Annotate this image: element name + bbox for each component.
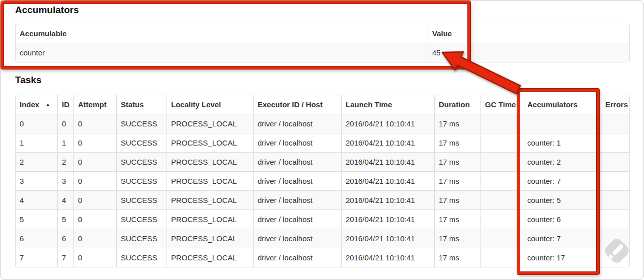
table-cell: driver / localhost bbox=[253, 133, 341, 152]
table-cell: 5 bbox=[16, 209, 57, 229]
table-cell: PROCESS_LOCAL bbox=[167, 229, 253, 248]
table-cell: 17 ms bbox=[434, 209, 480, 229]
table-cell: 0 bbox=[73, 171, 116, 190]
table-cell: 0 bbox=[73, 152, 116, 171]
accumulators-column-header[interactable]: Accumulators bbox=[523, 95, 601, 114]
table-cell: driver / localhost bbox=[253, 171, 341, 190]
tasks-table-body: 000SUCCESSPROCESS_LOCALdriver / localhos… bbox=[16, 114, 629, 267]
table-cell: SUCCESS bbox=[116, 152, 167, 171]
table-cell: counter: 17 bbox=[523, 248, 601, 267]
table-cell bbox=[601, 229, 629, 248]
table-cell: 4 bbox=[57, 190, 73, 209]
table-cell bbox=[601, 209, 629, 229]
accumulators-table: Accumulable Value counter45 bbox=[15, 24, 630, 62]
table-cell bbox=[480, 209, 523, 229]
table-cell: driver / localhost bbox=[253, 190, 341, 209]
table-cell: 0 bbox=[73, 133, 116, 152]
table-cell: 0 bbox=[57, 114, 73, 133]
tasks-section-title: Tasks bbox=[15, 74, 41, 86]
table-cell bbox=[480, 171, 523, 190]
table-cell: 17 ms bbox=[434, 114, 480, 133]
table-cell: SUCCESS bbox=[116, 229, 167, 248]
table-cell: 17 ms bbox=[434, 190, 480, 209]
table-row: counter45 bbox=[16, 43, 629, 62]
table-cell: driver / localhost bbox=[253, 152, 341, 171]
table-cell: SUCCESS bbox=[116, 114, 167, 133]
table-cell bbox=[480, 133, 523, 152]
index-column-label: Index bbox=[20, 100, 39, 109]
table-cell: 7 bbox=[16, 248, 57, 267]
table-cell: 2 bbox=[16, 152, 57, 171]
table-cell: 2016/04/21 10:10:41 bbox=[341, 209, 434, 229]
accumulable-column-header: Accumulable bbox=[16, 24, 428, 43]
table-cell: 0 bbox=[73, 114, 116, 133]
table-cell: PROCESS_LOCAL bbox=[167, 248, 253, 267]
table-row: 550SUCCESSPROCESS_LOCALdriver / localhos… bbox=[16, 209, 629, 229]
table-cell: counter: 5 bbox=[523, 190, 601, 209]
table-cell: counter bbox=[16, 43, 428, 62]
table-cell bbox=[480, 114, 523, 133]
table-cell: PROCESS_LOCAL bbox=[167, 171, 253, 190]
table-cell: PROCESS_LOCAL bbox=[167, 133, 253, 152]
table-cell bbox=[601, 248, 629, 267]
table-cell: 3 bbox=[57, 171, 73, 190]
id-column-header[interactable]: ID bbox=[57, 95, 73, 114]
table-cell: counter: 7 bbox=[523, 229, 601, 248]
table-cell: SUCCESS bbox=[116, 171, 167, 190]
accumulators-header-row: Accumulable Value bbox=[16, 24, 629, 43]
table-row: 770SUCCESSPROCESS_LOCALdriver / localhos… bbox=[16, 248, 629, 267]
executor-id-host-column-header[interactable]: Executor ID / Host bbox=[253, 95, 341, 114]
table-cell: 17 ms bbox=[434, 248, 480, 267]
gc-time-column-header[interactable]: GC Time bbox=[480, 95, 523, 114]
table-cell: counter: 2 bbox=[523, 152, 601, 171]
table-cell: 17 ms bbox=[434, 133, 480, 152]
table-cell bbox=[601, 114, 629, 133]
table-cell: driver / localhost bbox=[253, 209, 341, 229]
table-row: 660SUCCESSPROCESS_LOCALdriver / localhos… bbox=[16, 229, 629, 248]
tasks-header-row: Index▲ ID Attempt Status Locality Level … bbox=[16, 95, 629, 114]
launch-time-column-header[interactable]: Launch Time bbox=[341, 95, 434, 114]
table-cell: PROCESS_LOCAL bbox=[167, 190, 253, 209]
table-cell: 3 bbox=[16, 171, 57, 190]
accumulators-section-title: Accumulators bbox=[15, 4, 79, 16]
table-cell bbox=[480, 248, 523, 267]
table-cell: 2016/04/21 10:10:41 bbox=[341, 114, 434, 133]
table-cell bbox=[601, 152, 629, 171]
table-cell: counter: 1 bbox=[523, 133, 601, 152]
table-cell: 2016/04/21 10:10:41 bbox=[341, 190, 434, 209]
table-cell: 17 ms bbox=[434, 152, 480, 171]
errors-column-header[interactable]: Errors bbox=[601, 95, 629, 114]
accumulators-table-body: counter45 bbox=[16, 43, 629, 62]
table-cell: counter: 7 bbox=[523, 171, 601, 190]
table-cell: 2016/04/21 10:10:41 bbox=[341, 229, 434, 248]
attempt-column-header[interactable]: Attempt bbox=[73, 95, 116, 114]
table-cell bbox=[601, 171, 629, 190]
table-cell: 45 bbox=[428, 43, 629, 62]
duration-column-header[interactable]: Duration bbox=[434, 95, 480, 114]
table-cell: 0 bbox=[73, 248, 116, 267]
table-row: 220SUCCESSPROCESS_LOCALdriver / localhos… bbox=[16, 152, 629, 171]
table-cell: 2016/04/21 10:10:41 bbox=[341, 171, 434, 190]
table-cell: 5 bbox=[57, 209, 73, 229]
table-cell: PROCESS_LOCAL bbox=[167, 114, 253, 133]
table-cell bbox=[480, 152, 523, 171]
index-column-header[interactable]: Index▲ bbox=[16, 95, 57, 114]
table-cell: SUCCESS bbox=[116, 133, 167, 152]
table-cell: driver / localhost bbox=[253, 114, 341, 133]
table-row: 440SUCCESSPROCESS_LOCALdriver / localhos… bbox=[16, 190, 629, 209]
table-row: 110SUCCESSPROCESS_LOCALdriver / localhos… bbox=[16, 133, 629, 152]
locality-level-column-header[interactable]: Locality Level bbox=[167, 95, 253, 114]
table-cell: 2016/04/21 10:10:41 bbox=[341, 133, 434, 152]
table-cell: 17 ms bbox=[434, 171, 480, 190]
table-cell: driver / localhost bbox=[253, 248, 341, 267]
table-cell: 7 bbox=[57, 248, 73, 267]
status-column-header[interactable]: Status bbox=[116, 95, 167, 114]
sort-ascending-icon: ▲ bbox=[45, 102, 50, 107]
table-cell: 17 ms bbox=[434, 229, 480, 248]
table-cell: SUCCESS bbox=[116, 248, 167, 267]
table-cell bbox=[523, 114, 601, 133]
table-cell bbox=[480, 190, 523, 209]
table-cell: 2016/04/21 10:10:41 bbox=[341, 248, 434, 267]
table-cell: 2016/04/21 10:10:41 bbox=[341, 152, 434, 171]
table-cell bbox=[480, 229, 523, 248]
